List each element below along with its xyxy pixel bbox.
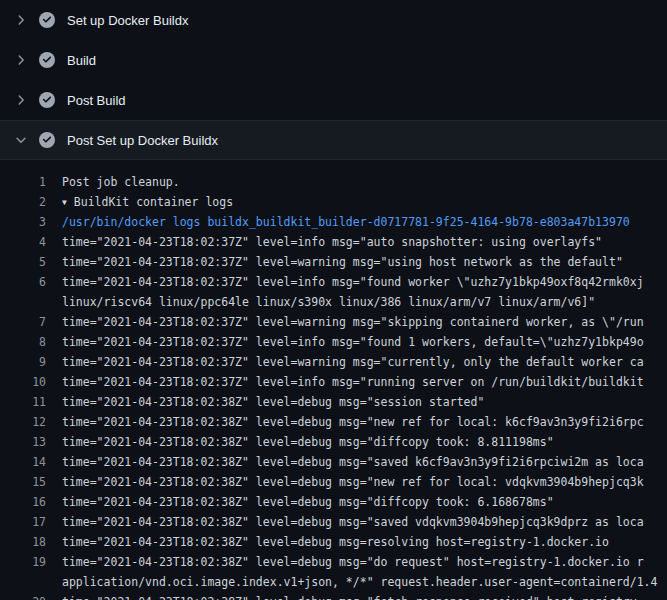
check-circle-icon (39, 132, 55, 148)
log-line: 19 time="2021-04-23T18:02:38Z" level=deb… (0, 552, 667, 572)
steps-list: Set up Docker Buildx Build Post Build Po… (0, 0, 667, 160)
log-line-text: time="2021-04-23T18:02:37Z" level=warnin… (46, 252, 667, 272)
actions-log-viewer: Set up Docker Buildx Build Post Build Po… (0, 0, 667, 600)
log-line: 13 time="2021-04-23T18:02:38Z" level=deb… (0, 432, 667, 452)
log-line-number[interactable]: 9 (0, 352, 46, 372)
log-line-number[interactable]: 20 (0, 592, 46, 600)
log-line-text: time="2021-04-23T18:02:38Z" level=debug … (46, 452, 667, 472)
log-line: 20 time="2021-04-23T18:02:38Z" level=deb… (0, 592, 667, 600)
log-line-number[interactable]: 17 (0, 512, 46, 532)
log-line-text[interactable]: ▼BuildKit container logs (46, 192, 667, 212)
log-line-text: time="2021-04-23T18:02:37Z" level=info m… (46, 372, 667, 392)
log-line-number[interactable] (0, 572, 46, 592)
log-line-text: time="2021-04-23T18:02:38Z" level=debug … (46, 392, 667, 412)
log-line-number[interactable]: 1 (0, 172, 46, 192)
log-line-text: time="2021-04-23T18:02:38Z" level=debug … (46, 472, 667, 492)
log-line-number[interactable]: 4 (0, 232, 46, 252)
check-circle-icon (39, 52, 55, 68)
log-line-number[interactable]: 16 (0, 492, 46, 512)
check-circle-icon (39, 92, 55, 108)
log-line-text: Post job cleanup. (46, 172, 667, 192)
log-line-number[interactable]: 12 (0, 412, 46, 432)
step-name: Build (67, 53, 96, 68)
log-line-number[interactable]: 10 (0, 372, 46, 392)
log-line-text: time="2021-04-23T18:02:38Z" level=debug … (46, 412, 667, 432)
log-line: application/vnd.oci.image.index.v1+json,… (0, 572, 667, 592)
step-section-build[interactable]: Build (0, 40, 667, 80)
log-line-text: time="2021-04-23T18:02:37Z" level=warnin… (46, 312, 667, 332)
log-line-number[interactable]: 15 (0, 472, 46, 492)
log-line-text: time="2021-04-23T18:02:37Z" level=info m… (46, 232, 667, 252)
log-line: 12 time="2021-04-23T18:02:38Z" level=deb… (0, 412, 667, 432)
log-line-number[interactable]: 14 (0, 452, 46, 472)
log-line-number[interactable]: 8 (0, 332, 46, 352)
log-line-text: time="2021-04-23T18:02:38Z" level=debug … (46, 512, 667, 532)
log-line-number[interactable]: 18 (0, 532, 46, 552)
step-section-post-set-up-docker-buildx[interactable]: Post Set up Docker Buildx (0, 120, 667, 160)
log-line: 3 /usr/bin/docker logs buildx_buildkit_b… (0, 212, 667, 232)
chevron-icon (13, 92, 29, 108)
log-line-text: application/vnd.oci.image.index.v1+json,… (46, 572, 667, 592)
log-line-number[interactable]: 13 (0, 432, 46, 452)
log-line-text: time="2021-04-23T18:02:38Z" level=debug … (46, 492, 667, 512)
log-line: 8 time="2021-04-23T18:02:37Z" level=info… (0, 332, 667, 352)
step-name: Post Set up Docker Buildx (67, 133, 218, 148)
log-line-text: time="2021-04-23T18:02:38Z" level=debug … (46, 532, 667, 552)
group-toggle-triangle-icon[interactable]: ▼ (62, 193, 67, 212)
chevron-icon (13, 12, 29, 28)
log-line: 11 time="2021-04-23T18:02:38Z" level=deb… (0, 392, 667, 412)
step-section-post-build[interactable]: Post Build (0, 80, 667, 120)
log-line-text: /usr/bin/docker logs buildx_buildkit_bui… (46, 212, 667, 232)
log-area: 1 Post job cleanup. 2 ▼BuildKit containe… (0, 160, 667, 600)
log-line: 7 time="2021-04-23T18:02:37Z" level=warn… (0, 312, 667, 332)
step-name: Post Build (67, 93, 126, 108)
log-line-number[interactable]: 2 (0, 192, 46, 212)
log-line-number[interactable]: 6 (0, 272, 46, 292)
log-line: linux/riscv64 linux/ppc64le linux/s390x … (0, 292, 667, 312)
log-line: 5 time="2021-04-23T18:02:37Z" level=warn… (0, 252, 667, 272)
log-line: 15 time="2021-04-23T18:02:38Z" level=deb… (0, 472, 667, 492)
log-line: 1 Post job cleanup. (0, 172, 667, 192)
log-line: 17 time="2021-04-23T18:02:38Z" level=deb… (0, 512, 667, 532)
log-line: 9 time="2021-04-23T18:02:37Z" level=warn… (0, 352, 667, 372)
log-line-text: time="2021-04-23T18:02:38Z" level=debug … (46, 432, 667, 452)
log-line: 16 time="2021-04-23T18:02:38Z" level=deb… (0, 492, 667, 512)
log-line-number[interactable]: 19 (0, 552, 46, 572)
check-circle-icon (39, 12, 55, 28)
log-line-text: time="2021-04-23T18:02:37Z" level=info m… (46, 272, 667, 292)
log-line: 6 time="2021-04-23T18:02:37Z" level=info… (0, 272, 667, 292)
log-line-text: time="2021-04-23T18:02:38Z" level=debug … (46, 552, 667, 572)
log-line-number[interactable]: 11 (0, 392, 46, 412)
log-line-number[interactable]: 5 (0, 252, 46, 272)
chevron-icon (13, 52, 29, 68)
log-line-text: linux/riscv64 linux/ppc64le linux/s390x … (46, 292, 667, 312)
log-line: 10 time="2021-04-23T18:02:37Z" level=inf… (0, 372, 667, 392)
step-name: Set up Docker Buildx (67, 13, 188, 28)
chevron-icon (13, 132, 29, 148)
log-line-number[interactable]: 3 (0, 212, 46, 232)
log-line: 14 time="2021-04-23T18:02:38Z" level=deb… (0, 452, 667, 472)
log-line: 4 time="2021-04-23T18:02:37Z" level=info… (0, 232, 667, 252)
log-line-text: time="2021-04-23T18:02:37Z" level=info m… (46, 332, 667, 352)
step-section-set-up-docker-buildx[interactable]: Set up Docker Buildx (0, 0, 667, 40)
log-line-text: time="2021-04-23T18:02:37Z" level=warnin… (46, 352, 667, 372)
log-line-number[interactable] (0, 292, 46, 312)
log-line-text: time="2021-04-23T18:02:38Z" level=debug … (46, 592, 667, 600)
log-line-number[interactable]: 7 (0, 312, 46, 332)
log-line: 2 ▼BuildKit container logs (0, 192, 667, 212)
log-line: 18 time="2021-04-23T18:02:38Z" level=deb… (0, 532, 667, 552)
